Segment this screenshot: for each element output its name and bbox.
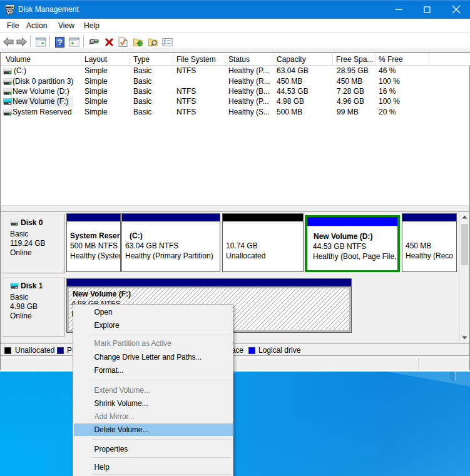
svg-text:?: ? (57, 38, 62, 47)
